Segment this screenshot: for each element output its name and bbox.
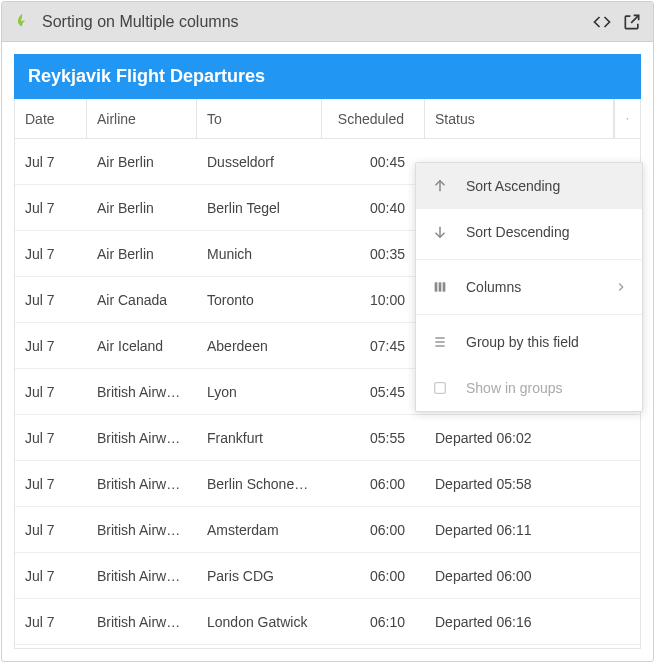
menu-sort-descending[interactable]: Sort Descending [416,209,642,255]
cell-scheduled: 05:55 [322,430,425,446]
cell-airline: Air Berlin [87,200,197,216]
cell-date: Jul 7 [15,614,87,630]
cell-status: Departed 05:58 [425,476,640,492]
sencha-logo-icon [12,12,32,32]
menu-show-in-groups: Show in groups [416,365,642,411]
column-context-menu: Sort Ascending Sort Descending Columns G… [415,162,643,412]
titlebar: Sorting on Multiple columns [2,2,653,42]
cell-scheduled: 10:00 [322,292,425,308]
cell-scheduled: 06:00 [322,476,425,492]
cell-airline: British Airways [87,522,197,538]
column-header-status[interactable]: Status [425,99,614,138]
cell-to: Berlin Schonefeld [197,476,322,492]
cell-date: Jul 7 [15,568,87,584]
cell-status: Departed 06:11 [425,522,640,538]
cell-to: London Gatwick [197,614,322,630]
column-header-airline[interactable]: Airline [87,99,197,138]
column-label: To [207,111,222,127]
menu-separator [416,314,642,315]
cell-airline: British Airways [87,476,197,492]
cell-airline: British Airways [87,568,197,584]
cell-to: Paris CDG [197,568,322,584]
cell-date: Jul 7 [15,384,87,400]
cell-to: Lyon [197,384,322,400]
table-row[interactable]: Jul 7British AirwaysParis CDG06:00Depart… [15,553,640,599]
cell-date: Jul 7 [15,522,87,538]
cell-airline: British Airways [87,384,197,400]
arrow-down-icon [430,222,450,242]
cell-airline: Air Iceland [87,338,197,354]
svg-rect-8 [435,383,446,394]
cell-date: Jul 7 [15,430,87,446]
cell-to: Dusseldorf [197,154,322,170]
cell-scheduled: 00:45 [322,154,425,170]
cell-date: Jul 7 [15,292,87,308]
cell-to: Toronto [197,292,322,308]
column-label: Status [435,111,475,127]
menu-item-label: Group by this field [466,334,579,350]
chevron-right-icon [614,280,628,294]
cell-status: Departed 06:02 [425,430,640,446]
menu-group-by-field[interactable]: Group by this field [416,319,642,365]
cell-date: Jul 7 [15,154,87,170]
cell-scheduled: 06:00 [322,568,425,584]
cell-to: Munich [197,246,322,262]
column-header-date[interactable]: Date [15,99,87,138]
svg-rect-4 [443,282,446,291]
cell-airline: Air Canada [87,292,197,308]
menu-item-label: Show in groups [466,380,563,396]
column-menu-trigger[interactable] [614,99,640,138]
cell-airline: Air Berlin [87,154,197,170]
columns-icon [430,277,450,297]
menu-columns[interactable]: Columns [416,264,642,310]
cell-scheduled: 06:00 [322,522,425,538]
window-title: Sorting on Multiple columns [42,13,583,31]
table-row[interactable]: Jul 7British AirwaysLondon Gatwick06:10D… [15,599,640,645]
cell-to: Aberdeen [197,338,322,354]
list-icon [430,332,450,352]
menu-sort-ascending[interactable]: Sort Ascending [416,163,642,209]
table-row[interactable]: Jul 7British AirwaysFrankfurt05:55Depart… [15,415,640,461]
window-frame: Sorting on Multiple columns Reykjavik Fl… [1,1,654,662]
open-external-icon[interactable] [621,11,643,33]
menu-item-label: Sort Ascending [466,178,560,194]
cell-scheduled: 00:40 [322,200,425,216]
column-label: Airline [97,111,136,127]
panel-title: Reykjavik Flight Departures [14,54,641,99]
cell-to: Frankfurt [197,430,322,446]
column-header-scheduled[interactable]: Scheduled [322,99,425,138]
code-icon[interactable] [591,11,613,33]
cell-airline: Air Berlin [87,246,197,262]
column-label: Date [25,111,55,127]
chevron-down-icon [625,113,630,125]
column-header-to[interactable]: To [197,99,322,138]
svg-rect-3 [439,282,442,291]
checkbox-empty-icon [430,378,450,398]
cell-to: Berlin Tegel [197,200,322,216]
cell-to: Amsterdam [197,522,322,538]
svg-rect-2 [435,282,438,291]
cell-scheduled: 06:10 [322,614,425,630]
column-label: Scheduled [338,111,404,127]
cell-scheduled: 05:45 [322,384,425,400]
cell-scheduled: 00:35 [322,246,425,262]
cell-status: Departed 06:16 [425,614,640,630]
menu-item-label: Columns [466,279,521,295]
cell-status: Departed 06:00 [425,568,640,584]
table-row[interactable]: Jul 7British AirwaysBerlin Schonefeld06:… [15,461,640,507]
cell-date: Jul 7 [15,246,87,262]
arrow-up-icon [430,176,450,196]
cell-airline: British Airways [87,430,197,446]
cell-scheduled: 07:45 [322,338,425,354]
cell-date: Jul 7 [15,338,87,354]
menu-separator [416,259,642,260]
cell-date: Jul 7 [15,200,87,216]
menu-item-label: Sort Descending [466,224,570,240]
cell-airline: British Airways [87,614,197,630]
table-row[interactable]: Jul 7British AirwaysAmsterdam06:00Depart… [15,507,640,553]
cell-date: Jul 7 [15,476,87,492]
grid-header-row: Date Airline To Scheduled Status [15,99,640,139]
